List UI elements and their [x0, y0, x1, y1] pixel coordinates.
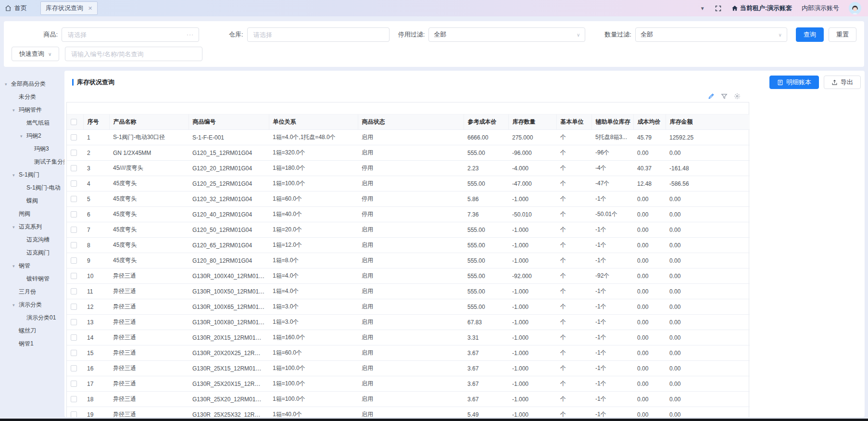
row-checkbox[interactable]: [71, 381, 77, 387]
fullscreen-icon[interactable]: [715, 5, 722, 12]
avatar[interactable]: [849, 2, 861, 14]
tree-item-5[interactable]: 玛钢3: [0, 142, 64, 155]
row-checkbox[interactable]: [71, 304, 77, 310]
tree-item-15[interactable]: 镀锌钢管: [0, 272, 64, 285]
tree-item-3[interactable]: 燃气纸箱: [0, 116, 64, 129]
nav-home[interactable]: 首页: [5, 4, 27, 13]
row-checkbox[interactable]: [71, 134, 77, 140]
account-name[interactable]: 内部演示账号: [802, 4, 839, 13]
caret-down-icon[interactable]: ▾: [13, 173, 19, 178]
row-checkbox[interactable]: [71, 227, 77, 233]
tree-item-6[interactable]: 测试子集分类: [0, 155, 64, 168]
export-button[interactable]: 导出: [824, 76, 861, 89]
caret-down-icon[interactable]: ▾: [5, 82, 11, 87]
nav-home-label: 首页: [14, 4, 27, 13]
search-button[interactable]: 查询: [796, 27, 824, 42]
product-select[interactable]: ···: [62, 27, 199, 42]
tree-item-14[interactable]: ▾钢管: [0, 259, 64, 272]
caret-down-icon[interactable]: ▾: [13, 264, 19, 268]
tree-item-label: 玛钢3: [34, 145, 49, 153]
quick-query-input[interactable]: [70, 50, 197, 58]
cell-ref-cost: 555.00: [464, 176, 508, 191]
caret-down-icon[interactable]: ▾: [13, 108, 19, 113]
ellipsis-icon[interactable]: ···: [187, 31, 194, 38]
row-checkbox[interactable]: [71, 242, 77, 248]
row-checkbox[interactable]: [71, 350, 77, 356]
caret-down-icon[interactable]: ▾: [13, 303, 19, 307]
row-checkbox[interactable]: [71, 319, 77, 325]
cell-aux-stock: -1个: [591, 284, 633, 299]
edit-icon[interactable]: [708, 93, 715, 100]
row-checkbox[interactable]: [71, 365, 77, 371]
row-checkbox[interactable]: [71, 288, 77, 294]
tree-item-16[interactable]: 三月份: [0, 285, 64, 298]
row-checkbox[interactable]: [71, 273, 77, 279]
row-checkbox[interactable]: [71, 196, 77, 202]
tree-item-4[interactable]: ▾玛钢2: [0, 129, 64, 142]
tree-item-7[interactable]: ▾S-1阀门: [0, 168, 64, 181]
tree-item-label: 玛钢2: [26, 132, 41, 140]
cell-name: 异径三通: [109, 407, 189, 418]
cell-avg-cost: 0.00: [633, 222, 666, 238]
caret-down-icon[interactable]: ▾: [13, 225, 19, 230]
tree-item-11[interactable]: ▾迈克系列: [0, 220, 64, 233]
disabled-filter-select[interactable]: 全部 ∨: [428, 27, 585, 42]
warehouse-input[interactable]: [252, 31, 384, 39]
cell-amount: 0.00: [666, 253, 750, 268]
qty-filter-select[interactable]: 全部 ∨: [635, 27, 787, 42]
row-checkbox[interactable]: [71, 411, 77, 417]
cell-base-unit: 个: [556, 238, 591, 253]
cell-avg-cost: 0.00: [633, 207, 666, 222]
row-checkbox[interactable]: [71, 211, 77, 217]
title-accent-bar: [72, 79, 74, 86]
tree-item-8[interactable]: S-1阀门-电动: [0, 181, 64, 194]
chevron-down-icon[interactable]: ▼: [700, 6, 705, 11]
product-input[interactable]: [67, 31, 184, 39]
cell-unit-relation: 1箱=4.0个: [269, 284, 358, 299]
cell-ref-cost: 5.86: [464, 191, 508, 207]
tree-item-12[interactable]: 迈克沟槽: [0, 233, 64, 246]
row-checkbox[interactable]: [71, 334, 77, 341]
row-checkbox[interactable]: [71, 180, 77, 187]
cell-stock-qty: 275.000: [508, 130, 556, 145]
cell-amount: 0.00: [666, 392, 750, 407]
row-checkbox[interactable]: [71, 396, 77, 402]
close-icon[interactable]: ✕: [88, 5, 92, 12]
tree-item-20[interactable]: 钢管1: [0, 337, 64, 350]
tree-item-0[interactable]: ▾全部商品分类: [0, 77, 64, 90]
caret-down-icon[interactable]: ▾: [20, 134, 26, 139]
cell-aux-stock: -4个: [591, 161, 633, 176]
cell-ref-cost: 3.67: [464, 361, 508, 376]
tree-item-13[interactable]: 迈克阀门: [0, 246, 64, 259]
tree-item-9[interactable]: 蝶阀: [0, 194, 64, 207]
table-row: 1S-1阀门-电动30口径S-1-F-E-0011箱=4.0个,1托盘=48.0…: [67, 130, 750, 145]
tree-item-label: 迈克系列: [19, 223, 42, 231]
quick-query-box[interactable]: [65, 47, 202, 61]
tree-item-2[interactable]: ▾玛钢管件: [0, 103, 64, 116]
tree-item-1[interactable]: 未分类: [0, 90, 64, 103]
cell-base-unit: 个: [556, 392, 591, 407]
row-checkbox[interactable]: [71, 150, 77, 156]
cell-base-unit: 个: [556, 315, 591, 330]
gear-icon[interactable]: [734, 93, 741, 100]
cell-stock-qty: -4.000: [508, 161, 556, 176]
select-all-checkbox[interactable]: [71, 119, 77, 125]
filter-icon[interactable]: [721, 93, 728, 100]
tree-item-17[interactable]: ▾演示分类: [0, 298, 64, 311]
ledger-button[interactable]: 明细账本: [769, 76, 819, 89]
tree-item-10[interactable]: 闸阀: [0, 207, 64, 220]
tree-item-19[interactable]: 螺丝刀: [0, 324, 64, 337]
row-checkbox[interactable]: [71, 165, 77, 171]
cell-base-unit: 个: [556, 222, 591, 238]
cell-name: 45度弯头: [109, 207, 189, 222]
cell-avg-cost: 0.00: [633, 299, 666, 315]
cell-amount: 0.00: [666, 315, 750, 330]
tree-item-18[interactable]: 演示分类01: [0, 311, 64, 324]
quick-query-button[interactable]: 快速查询 ∨: [12, 47, 59, 61]
tab-inventory-query[interactable]: 库存状况查询 ✕: [40, 1, 98, 15]
row-checkbox[interactable]: [71, 257, 77, 264]
cell-aux-stock: -47个: [591, 176, 633, 191]
cell-ref-cost: 3.67: [464, 392, 508, 407]
reset-button[interactable]: 重置: [829, 27, 856, 42]
warehouse-select[interactable]: [247, 27, 390, 42]
